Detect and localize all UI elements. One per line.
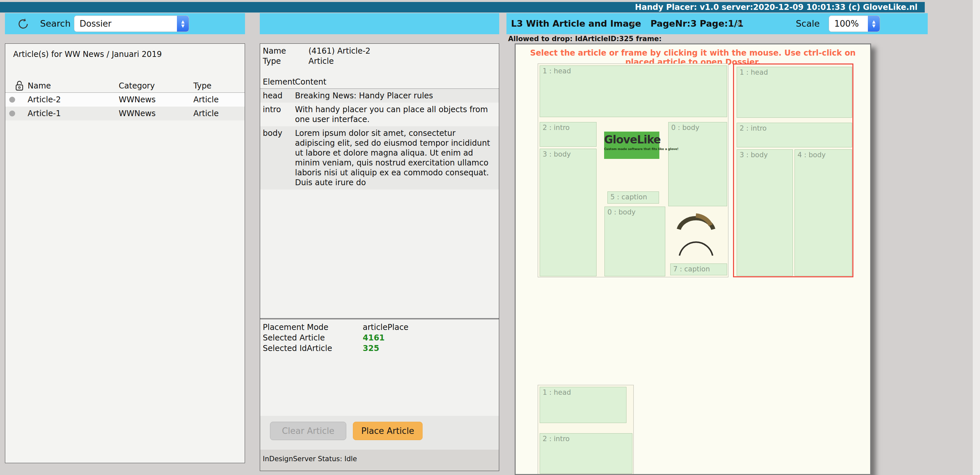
layout-frame[interactable]: 2 : intro (540, 433, 632, 474)
frame-label: 3 : body (542, 150, 571, 158)
frame-label: 0 : body (608, 208, 636, 216)
articles-table-header: Name Category Type (5, 81, 245, 92)
desktop-edge (973, 0, 980, 475)
column-header-type[interactable]: Type (193, 81, 212, 91)
field-label: Name (263, 46, 286, 56)
indesign-server-status-bar: InDesignServer Status: Idle (260, 449, 499, 471)
frame-label: 2 : intro (542, 435, 570, 443)
column-header-content: Content (295, 77, 326, 86)
lock-icon (15, 81, 24, 91)
placed-image-arcs[interactable] (676, 209, 716, 260)
layout-frame[interactable]: 0 : body (605, 207, 665, 276)
article-frames-bottom[interactable]: 1 : head2 : intro (538, 385, 634, 475)
scale-select[interactable]: 100% ▲▼ (829, 16, 880, 32)
element-row[interactable]: headBreaking News: Handy Placer rules (260, 89, 499, 103)
elements-table-body: headBreaking News: Handy Placer rulesint… (260, 89, 499, 190)
previous-page-button[interactable]: « (630, 13, 636, 34)
placement-value: 4161 (363, 333, 385, 343)
element-name: head (260, 89, 295, 103)
layout-frame[interactable]: 0 : body (668, 122, 727, 206)
element-name: body (260, 126, 295, 190)
app-window: Handy Placer: v1.0 server:2020-12-09 10:… (0, 0, 980, 475)
page-info: PageNr:3 Page:1/1 (651, 13, 743, 34)
allowed-drop-status: Allowed to drop: IdArticleID:325 frame: (508, 35, 662, 43)
page-preview[interactable]: Select the article or frame by clicking … (515, 43, 871, 475)
layout-frame[interactable]: 5 : caption (608, 191, 659, 204)
article-name: Article-2 (28, 93, 61, 107)
article-category: WWNews (119, 93, 156, 107)
scale-value: 100% (829, 19, 868, 29)
field-label: Type (263, 57, 281, 66)
clear-article-button[interactable]: Clear Article (270, 422, 346, 440)
search-label: Search (40, 13, 71, 34)
field-value: Article (309, 57, 334, 66)
glovelike-logo-tagline: Custom made software that fits like a gl… (604, 147, 659, 151)
detail-field: TypeArticle (260, 57, 499, 67)
article-type: Article (193, 93, 219, 107)
refresh-icon[interactable] (17, 18, 30, 30)
glovelike-logo[interactable]: GloveLike Custom made software that fits… (604, 132, 659, 159)
layout-frame[interactable]: 3 : body (737, 149, 793, 276)
placement-value: 325 (363, 344, 379, 353)
frame-label: 1 : head (740, 69, 768, 77)
elements-table-header: Element Content (260, 77, 499, 88)
app-title-text: Handy Placer: v1.0 server:2020-12-09 10:… (635, 3, 918, 12)
articles-panel: Article(s) for WW News / Januari 2019 Na… (5, 43, 245, 463)
element-content: Lorem ipsum dolor sit amet, consectetur … (295, 126, 499, 190)
column-header-element: Element (263, 77, 295, 86)
element-name: intro (260, 103, 295, 126)
placement-divider (260, 318, 499, 319)
place-article-button[interactable]: Place Article (353, 422, 423, 440)
article-category: WWNews (119, 107, 156, 120)
frame-label: 1 : head (542, 389, 571, 396)
placement-label: Selected Article (263, 333, 325, 343)
row-status-dot-icon (9, 110, 15, 116)
element-content: Breaking News: Handy Placer rules (295, 89, 499, 103)
indesign-server-status-text: InDesignServer Status: Idle (263, 455, 357, 463)
placement-label: Placement Mode (263, 323, 329, 332)
detail-field: Name(4161) Article-2 (260, 46, 499, 56)
article-frames-selected[interactable]: 1 : head2 : intro3 : body4 : body (733, 64, 853, 277)
row-status-dot-icon (9, 97, 15, 103)
layout-frame[interactable]: 2 : intro (737, 123, 852, 147)
element-row[interactable]: bodyLorem ipsum dolor sit amet, consecte… (260, 126, 499, 190)
element-content: With handy placer you can place all obje… (295, 103, 499, 126)
search-type-value: Dossier (74, 19, 177, 29)
article-name: Article-1 (28, 107, 61, 120)
column-header-category[interactable]: Category (119, 81, 155, 91)
element-row[interactable]: introWith handy placer you can place all… (260, 103, 499, 126)
placement-value: articlePlace (363, 323, 409, 332)
column-header-name[interactable]: Name (28, 81, 51, 91)
toolbar-middle (260, 13, 499, 34)
frame-label: 0 : body (671, 124, 700, 132)
field-value: (4161) Article-2 (309, 46, 370, 56)
article-type: Article (193, 107, 219, 120)
search-type-select[interactable]: Dossier ▲▼ (74, 16, 189, 32)
frame-label: 2 : intro (542, 124, 570, 132)
layout-frame[interactable]: 4 : body (794, 149, 852, 276)
article-detail-panel: Name(4161) Article-2TypeArticle Element … (260, 43, 499, 471)
article-row[interactable]: Article-2WWNewsArticle (5, 93, 245, 107)
placement-label: Selected IdArticle (263, 344, 332, 353)
scale-label: Scale (796, 13, 820, 34)
placement-row: Selected IdArticle325 (260, 344, 499, 354)
select-stepper-icon: ▲▼ (868, 16, 880, 32)
articles-panel-title: Article(s) for WW News / Januari 2019 (13, 50, 162, 59)
glovelike-logo-title: GloveLike (604, 134, 659, 145)
layout-frame[interactable]: 3 : body (540, 149, 597, 276)
layout-frame[interactable]: 2 : intro (540, 122, 597, 147)
frame-label: 2 : intro (740, 124, 767, 132)
layout-frame[interactable]: 1 : head (737, 67, 852, 118)
next-page-button[interactable]: » (736, 13, 742, 34)
layout-title: L3 With Article and Image (511, 13, 641, 34)
layout-frame[interactable]: 7 : caption (670, 263, 727, 275)
article-row[interactable]: Article-1WWNewsArticle (5, 107, 245, 120)
frame-label: 3 : body (740, 151, 768, 159)
placement-row: Placement ModearticlePlace (260, 323, 499, 333)
app-titlebar: Handy Placer: v1.0 server:2020-12-09 10:… (0, 2, 925, 13)
button-bar: Clear Article Place Article (260, 416, 499, 450)
frame-label: 5 : caption (610, 193, 647, 201)
select-stepper-icon: ▲▼ (177, 16, 189, 32)
layout-frame[interactable]: 1 : head (540, 387, 627, 423)
layout-frame[interactable]: 1 : head (540, 65, 727, 117)
